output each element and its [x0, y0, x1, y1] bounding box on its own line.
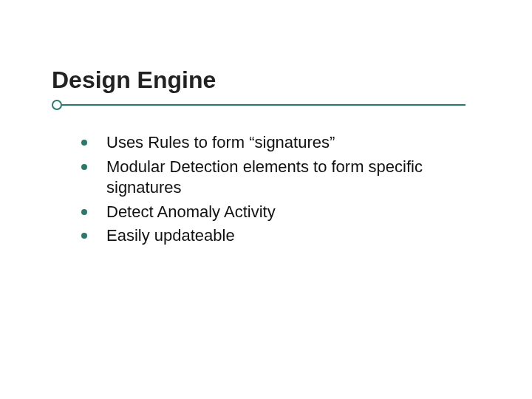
- bullet-list: Uses Rules to form “signatures” Modular …: [81, 132, 473, 247]
- title-underline: [52, 100, 466, 110]
- bullet-icon: [81, 164, 87, 170]
- bullet-text: Easily updateable: [106, 225, 235, 247]
- list-item: Easily updateable: [81, 225, 473, 247]
- underline-circle-icon: [52, 100, 62, 110]
- slide-title: Design Engine: [52, 66, 495, 94]
- list-item: Detect Anomaly Activity: [81, 202, 473, 223]
- bullet-icon: [81, 233, 87, 239]
- bullet-text: Uses Rules to form “signatures”: [106, 132, 335, 154]
- bullet-icon: [81, 209, 87, 215]
- list-item: Uses Rules to form “signatures”: [81, 132, 473, 154]
- bullet-icon: [81, 140, 87, 146]
- underline-line: [61, 104, 466, 106]
- bullet-text: Modular Detection elements to form speci…: [106, 157, 473, 199]
- slide: Design Engine Uses Rules to form “signat…: [0, 0, 532, 399]
- bullet-text: Detect Anomaly Activity: [106, 202, 276, 223]
- list-item: Modular Detection elements to form speci…: [81, 157, 473, 199]
